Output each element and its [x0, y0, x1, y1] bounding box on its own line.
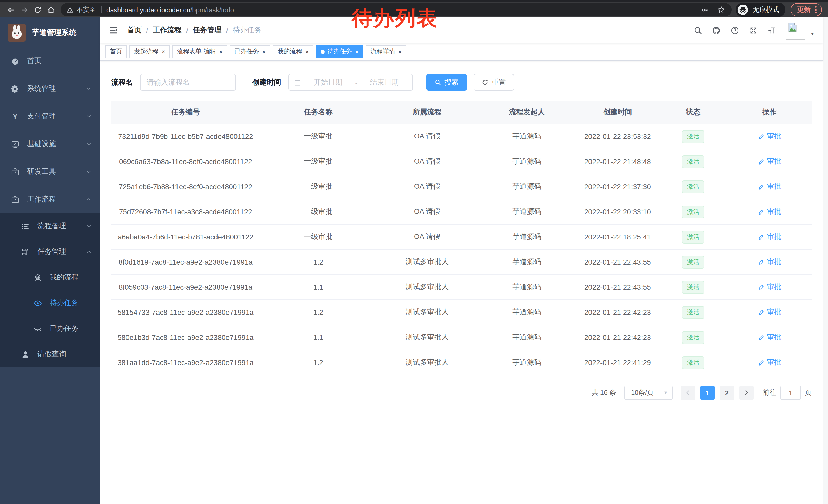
logo[interactable]: 芋道管理系统 [0, 17, 100, 47]
security-chip[interactable]: 不安全 [67, 5, 96, 14]
eye-closed-icon [33, 324, 42, 333]
table-header: 任务编号任务名称所属流程流程发起人创建时间状态操作 [111, 101, 812, 124]
gear-icon [11, 84, 19, 93]
approve-button[interactable]: 审批 [758, 332, 781, 342]
sidebar: 芋道管理系统 首页系统管理¥支付管理基础设施研发工具工作流程 流程管理任务管理我… [0, 17, 100, 504]
sidebar-item-基础设施[interactable]: 基础设施 [0, 130, 100, 158]
close-icon[interactable]: × [262, 48, 266, 55]
tabs-bar: 首页发起流程×流程表单-编辑×已办任务×我的流程×待办任务×流程详情× [100, 43, 823, 60]
sidebar-item-已办任务[interactable]: 已办任务 [0, 316, 100, 341]
help-icon[interactable] [731, 26, 739, 35]
initiator: 芋道源码 [478, 358, 576, 367]
forward-icon[interactable] [17, 3, 31, 16]
sidebar-item-工作流程[interactable]: 工作流程 [0, 186, 100, 213]
avatar[interactable] [786, 20, 805, 40]
tab-发起流程[interactable]: 发起流程× [129, 45, 170, 58]
next-page-button[interactable] [739, 385, 754, 400]
status-badge: 激活 [682, 306, 705, 319]
url-host: dashboard.yudao.iocoder.cn [107, 6, 190, 13]
close-icon[interactable]: × [398, 48, 402, 55]
chevron-up-icon [86, 249, 92, 255]
page-button-2[interactable]: 2 [720, 385, 734, 400]
prev-page-button[interactable] [681, 385, 695, 400]
approve-button[interactable]: 审批 [758, 132, 781, 141]
incognito-label: 无痕模式 [753, 5, 779, 14]
sidebar-item-我的流程[interactable]: 我的流程 [0, 265, 100, 290]
sidebar-item-系统管理[interactable]: 系统管理 [0, 75, 100, 102]
window-scrollbar[interactable] [823, 17, 828, 504]
tab-首页[interactable]: 首页 [105, 45, 127, 58]
close-icon[interactable]: × [162, 48, 165, 55]
search-icon[interactable] [694, 26, 702, 35]
search-icon [434, 79, 441, 86]
incognito-badge: 无痕模式 [736, 3, 785, 17]
sidebar-item-支付管理[interactable]: ¥支付管理 [0, 102, 100, 130]
status-badge: 激活 [682, 205, 705, 218]
key-icon[interactable] [701, 6, 709, 13]
sidebar-item-首页[interactable]: 首页 [0, 47, 100, 75]
close-icon[interactable]: × [219, 48, 223, 55]
close-icon[interactable]: × [305, 48, 309, 55]
breadcrumb-item-首页[interactable]: 首页 [127, 26, 141, 35]
approve-button[interactable]: 审批 [758, 182, 781, 191]
approve-button[interactable]: 审批 [758, 156, 781, 166]
tab-已办任务[interactable]: 已办任务× [230, 45, 271, 58]
create-time: 2022-01-22 18:25:41 [576, 233, 659, 241]
edit-pen-icon [758, 158, 765, 165]
sidebar-item-请假查询[interactable]: 请假查询 [0, 341, 100, 367]
github-icon[interactable] [712, 26, 721, 35]
approve-button[interactable]: 审批 [758, 207, 781, 216]
page-size-select[interactable]: 10条/页 ▼ [624, 385, 672, 400]
chevron-down-icon [86, 113, 92, 120]
sidebar-item-任务管理[interactable]: 任务管理 [0, 239, 100, 265]
tab-流程表单-编辑[interactable]: 流程表单-编辑× [172, 45, 227, 58]
tab-待办任务[interactable]: 待办任务× [316, 45, 363, 58]
browser-toolbar: 不安全 dashboard.yudao.iocoder.cn /bpm/task… [0, 2, 828, 17]
reset-button[interactable]: 重置 [473, 74, 514, 91]
goto-page-input[interactable]: 1 [780, 385, 801, 400]
initiator: 芋道源码 [478, 258, 576, 267]
approve-button[interactable]: 审批 [758, 282, 781, 291]
search-button[interactable]: 搜索 [426, 74, 467, 91]
hamburger-icon[interactable] [108, 25, 119, 35]
process-name: OA 请假 [377, 132, 478, 141]
table-row: 58154733-7ac8-11ec-a9e2-a2380e71991a1.2测… [111, 300, 812, 325]
broken-image-icon [787, 21, 798, 33]
initiator: 芋道源码 [478, 282, 576, 292]
tab-我的流程[interactable]: 我的流程× [273, 45, 314, 58]
avatar-caret-icon[interactable]: ▼ [810, 31, 815, 36]
navbar: 首页/工作流程/任务管理/待办任务 [100, 17, 823, 43]
close-icon[interactable]: × [355, 48, 359, 55]
table-row: a6aba0a4-7b6d-11ec-b781-acde48001122一级审批… [111, 225, 812, 250]
browser-menu-icon[interactable] [815, 6, 817, 13]
back-icon[interactable] [4, 3, 17, 16]
font-size-icon[interactable] [768, 26, 776, 35]
update-button[interactable]: 更新 [791, 3, 822, 16]
approve-button[interactable]: 审批 [758, 307, 781, 317]
process-name: OA 请假 [377, 182, 478, 191]
tab-流程详情[interactable]: 流程详情× [366, 45, 406, 58]
approve-button[interactable]: 审批 [758, 232, 781, 241]
task-name: 一级审批 [260, 207, 377, 216]
initiator: 芋道源码 [478, 157, 576, 166]
approve-button[interactable]: 审批 [758, 257, 781, 266]
status-badge: 激活 [682, 281, 705, 293]
sidebar-item-研发工具[interactable]: 研发工具 [0, 158, 100, 186]
approve-button[interactable]: 审批 [758, 358, 781, 367]
url-path: /bpm/task/todo [190, 6, 234, 13]
sidebar-item-流程管理[interactable]: 流程管理 [0, 213, 100, 239]
url-bar[interactable]: 不安全 dashboard.yudao.iocoder.cn /bpm/task… [60, 3, 732, 16]
home-icon[interactable] [44, 3, 57, 16]
date-range-input[interactable]: 开始日期 - 结束日期 [288, 74, 413, 91]
table-row: 8f059c03-7ac8-11ec-a9e2-a2380e71991a1.1测… [111, 275, 812, 300]
process-name: OA 请假 [377, 232, 478, 241]
bookmark-star-icon[interactable] [717, 6, 726, 14]
status-badge: 激活 [682, 230, 705, 243]
breadcrumb-item-任务管理[interactable]: 任务管理 [193, 26, 222, 35]
breadcrumb-item-工作流程[interactable]: 工作流程 [153, 26, 181, 35]
sidebar-item-待办任务[interactable]: 待办任务 [0, 290, 100, 316]
fullscreen-icon[interactable] [749, 26, 758, 35]
process-name-input[interactable]: 请输入流程名 [140, 74, 236, 91]
page-button-1[interactable]: 1 [700, 385, 715, 400]
reload-icon[interactable] [31, 3, 44, 16]
